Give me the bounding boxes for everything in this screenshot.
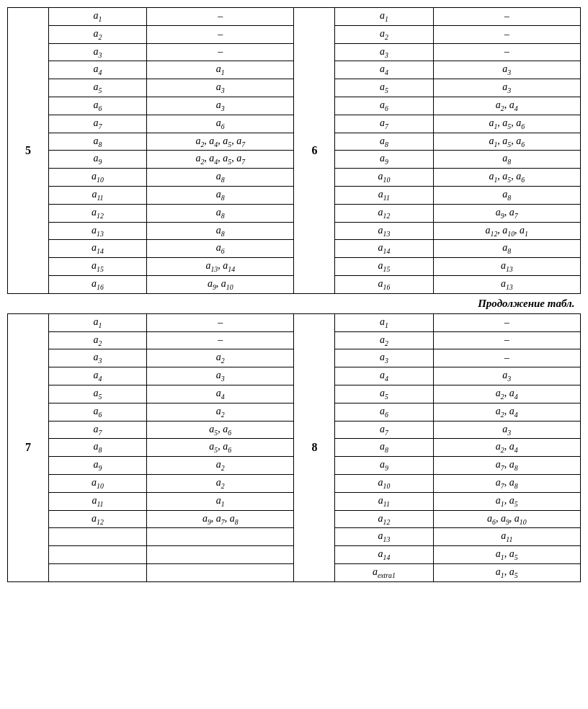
a-label: a12 xyxy=(335,510,433,528)
a-label: a10 xyxy=(48,169,146,187)
a-label: aextra1 xyxy=(335,563,433,581)
a-label: a6 xyxy=(335,403,433,421)
a-label: a11 xyxy=(335,186,433,204)
value-cell: a5, a6 xyxy=(147,421,294,439)
a-label: a9 xyxy=(48,457,146,475)
value-cell: a9, a7 xyxy=(433,204,580,222)
a-label: a10 xyxy=(48,474,146,492)
a-label: a14 xyxy=(335,240,433,258)
value-cell: a4 xyxy=(147,385,294,403)
value-cell: a3 xyxy=(433,421,580,439)
a-label: a16 xyxy=(335,275,433,293)
section-num-left: 7 xyxy=(8,313,49,581)
value-cell: a2, a4 xyxy=(433,403,580,421)
a-label: a13 xyxy=(335,528,433,546)
a-label: a4 xyxy=(48,61,146,79)
value-cell: – xyxy=(433,8,580,26)
value-cell: – xyxy=(433,25,580,43)
value-cell: a8 xyxy=(433,151,580,169)
value-cell: a2 xyxy=(147,474,294,492)
value-cell: a8 xyxy=(147,169,294,187)
value-cell: a1, a5 xyxy=(433,492,580,510)
a-label: a6 xyxy=(48,403,146,421)
value-cell: a8 xyxy=(433,240,580,258)
a-label: a3 xyxy=(335,43,433,61)
a-label: a5 xyxy=(335,79,433,97)
value-cell: a1 xyxy=(147,492,294,510)
a-label: a1 xyxy=(335,8,433,26)
value-cell: a3 xyxy=(433,79,580,97)
value-cell: a9, a7, a8 xyxy=(147,510,294,528)
value-cell: a3 xyxy=(147,79,294,97)
a-label: a2 xyxy=(335,25,433,43)
a-label: a11 xyxy=(48,492,146,510)
value-cell: a12, a10, a1 xyxy=(433,222,580,240)
value-cell: a9, a10 xyxy=(147,275,294,293)
value-cell: – xyxy=(147,43,294,61)
a-label: a13 xyxy=(48,222,146,240)
a-label: a3 xyxy=(48,43,146,61)
value-cell: a3 xyxy=(147,367,294,385)
value-cell: a1, a5 xyxy=(433,563,580,581)
value-cell: a2 xyxy=(147,457,294,475)
a-label: a5 xyxy=(48,79,146,97)
a-label: a12 xyxy=(48,204,146,222)
value-cell: a8 xyxy=(147,186,294,204)
a-label: a6 xyxy=(48,97,146,115)
value-cell: a3 xyxy=(433,61,580,79)
value-cell: a1, a5, a6 xyxy=(433,169,580,187)
a-label: a12 xyxy=(335,204,433,222)
value-cell: a1, a5, a6 xyxy=(433,133,580,151)
value-cell: a6 xyxy=(147,115,294,133)
a-label: a7 xyxy=(335,115,433,133)
value-cell: a2, a4, a5, a7 xyxy=(147,151,294,169)
a-label: a8 xyxy=(335,133,433,151)
value-cell: – xyxy=(147,331,294,349)
value-cell: – xyxy=(147,313,294,331)
value-cell: a7, a8 xyxy=(433,457,580,475)
main-table: 5 a1– 6 a1– a2– a2– a3– a3– a4a1 a4a3 a5… xyxy=(7,7,581,294)
a-label: a15 xyxy=(335,258,433,276)
value-cell: a2, a4 xyxy=(433,439,580,457)
value-cell: a2 xyxy=(147,403,294,421)
value-cell: – xyxy=(147,8,294,26)
a-label: a1 xyxy=(48,8,146,26)
a-label: a3 xyxy=(48,349,146,367)
a-label: a4 xyxy=(335,367,433,385)
a-label: a8 xyxy=(335,439,433,457)
a-label: a4 xyxy=(48,367,146,385)
section-num-right: 8 xyxy=(294,313,335,581)
value-cell: – xyxy=(433,331,580,349)
value-cell: – xyxy=(147,25,294,43)
value-cell: a1, a5 xyxy=(433,546,580,564)
value-cell: a6 xyxy=(147,240,294,258)
value-cell: a2, a4 xyxy=(433,385,580,403)
value-cell: a7, a8 xyxy=(433,474,580,492)
a-label: a10 xyxy=(335,474,433,492)
value-cell: a2, a4, a5, a7 xyxy=(147,133,294,151)
value-cell: a8 xyxy=(147,204,294,222)
a-label: a11 xyxy=(48,186,146,204)
section-num-left: 5 xyxy=(8,8,49,294)
value-cell: a13 xyxy=(433,258,580,276)
a-label: a9 xyxy=(335,151,433,169)
a-label: a8 xyxy=(48,439,146,457)
value-cell: a3 xyxy=(433,367,580,385)
section-num-right: 6 xyxy=(294,8,335,294)
value-cell: – xyxy=(433,313,580,331)
a-label: a7 xyxy=(48,421,146,439)
a-label: a2 xyxy=(48,25,146,43)
a-label: a11 xyxy=(335,492,433,510)
value-cell: a8 xyxy=(147,222,294,240)
value-cell: a6, a9, a10 xyxy=(433,510,580,528)
value-cell: a13 xyxy=(433,275,580,293)
continuation-label-row: Продолжение табл. xyxy=(8,294,581,314)
value-cell: a8 xyxy=(433,186,580,204)
table-row: 7 a1– 8 a1– xyxy=(8,313,581,331)
value-cell: a3 xyxy=(147,97,294,115)
a-label: a12 xyxy=(48,510,146,528)
value-cell: a11 xyxy=(433,528,580,546)
a-label: a8 xyxy=(48,133,146,151)
a-label: a9 xyxy=(48,151,146,169)
value-cell: – xyxy=(433,43,580,61)
